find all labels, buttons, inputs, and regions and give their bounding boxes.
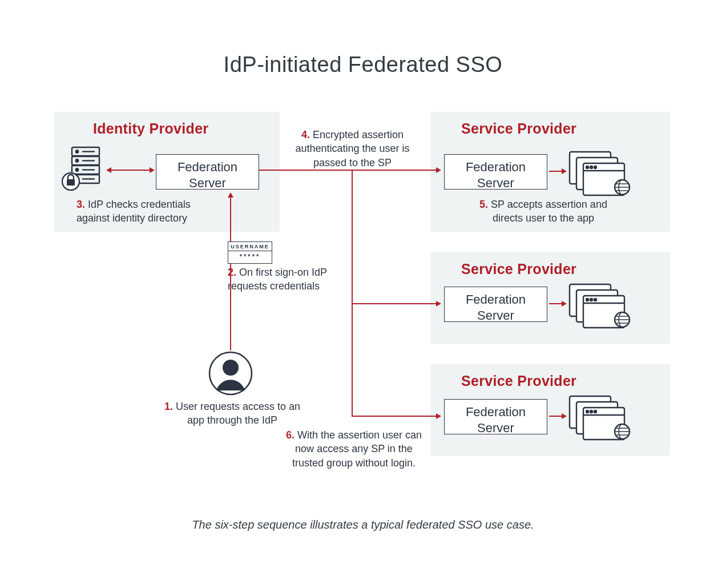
arrowhead (562, 301, 567, 307)
arrow-idp-sp1 (259, 170, 437, 171)
svg-point-4 (76, 150, 78, 152)
svg-point-15 (223, 360, 239, 376)
svg-point-5 (76, 159, 78, 162)
sp2-federation-server: FederationServer (444, 287, 547, 322)
diagram-root: IdP-initiated Federated SSO Identity Pro… (0, 0, 726, 588)
svg-point-36 (590, 410, 592, 413)
sp-heading-2: Service Provider (461, 261, 576, 277)
password-mask: ***** (228, 251, 272, 260)
step-4: 4. Encrypted assertion authenticating th… (288, 128, 417, 170)
arrow-sp2-apps (549, 303, 563, 304)
step-5: 5. SP accepts assertion and directs user… (469, 198, 618, 225)
directory-server-icon (62, 146, 104, 193)
arrowhead (150, 167, 155, 173)
figure-caption: The six-step sequence illustrates a typi… (0, 518, 726, 531)
arrow-idp-dir-fed (111, 170, 151, 171)
page-title: IdP-initiated Federated SSO (0, 53, 726, 77)
arrow-trunk-vertical (352, 170, 353, 417)
sp3-federation-server: FederationServer (444, 399, 547, 434)
svg-point-27 (586, 299, 588, 301)
svg-rect-13 (67, 179, 75, 186)
arrowhead (562, 413, 567, 419)
app-stack-icon-3 (567, 394, 636, 442)
user-icon (208, 351, 253, 396)
fed-server-label: FederationServer (466, 405, 526, 435)
arrow-branch-sp3 (352, 416, 437, 417)
svg-point-19 (586, 166, 588, 168)
arrow-sp3-apps (549, 416, 563, 417)
step-3: 3. IdP checks credentials against identi… (76, 198, 225, 225)
idp-heading: Identity Provider (93, 120, 208, 137)
step-1: 1. User requests access to an app throug… (164, 400, 301, 428)
app-stack-icon-1 (567, 150, 636, 198)
arrowhead (562, 168, 567, 174)
arrowhead (228, 192, 233, 198)
step-2: 2. On first sign-on IdP requests credent… (228, 265, 336, 293)
step-6: 6. With the assertion user can now acces… (280, 428, 428, 470)
arrow-branch-sp2 (352, 303, 437, 304)
svg-point-37 (594, 410, 596, 413)
arrowhead (106, 167, 111, 173)
svg-point-29 (594, 299, 596, 301)
arrow-user-idp-lower (230, 264, 231, 351)
app-stack-icon-2 (567, 282, 636, 330)
svg-point-35 (586, 410, 588, 413)
svg-point-6 (76, 168, 78, 171)
fed-server-label: FederationServer (466, 292, 526, 323)
arrowhead (436, 167, 441, 173)
svg-point-20 (590, 166, 592, 168)
svg-point-21 (594, 166, 596, 168)
sp-heading-1: Service Provider (461, 120, 576, 137)
fed-server-label: FederationServer (178, 160, 237, 190)
arrow-user-idp-upper (230, 197, 231, 241)
svg-point-28 (590, 299, 592, 301)
fed-server-label: FederationServer (466, 160, 526, 190)
credentials-icon: USERNAME ***** (228, 241, 272, 264)
arrowhead (436, 301, 441, 307)
arrow-sp1-apps (549, 171, 563, 172)
sp1-federation-server: FederationServer (444, 154, 547, 190)
username-label: USERNAME (228, 242, 272, 249)
arrowhead (436, 413, 441, 419)
idp-federation-server: FederationServer (156, 154, 259, 190)
sp-heading-3: Service Provider (461, 373, 576, 389)
